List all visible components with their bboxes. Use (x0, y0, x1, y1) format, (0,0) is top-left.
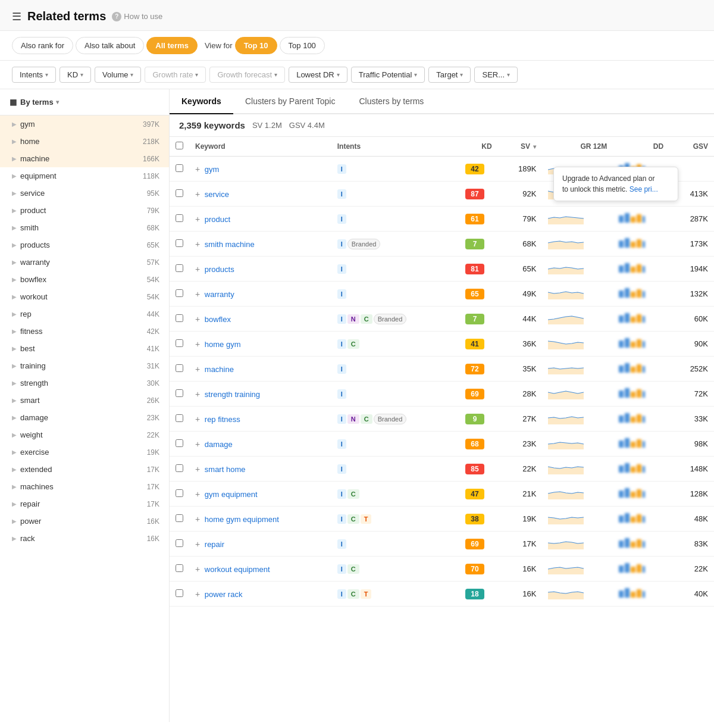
sidebar-item[interactable]: ▶ warranty 57K (0, 254, 169, 271)
tooltip-link[interactable]: See pri... (630, 185, 658, 193)
keyword-link[interactable]: warranty (205, 290, 234, 299)
tab-top-10[interactable]: Top 10 (235, 37, 277, 54)
row-checkbox[interactable] (176, 464, 183, 472)
select-all-checkbox[interactable] (176, 142, 183, 149)
sidebar-item[interactable]: ▶ product 79K (0, 202, 169, 219)
sidebar-item[interactable]: ▶ rack 16K (0, 530, 169, 547)
keyword-link[interactable]: machine (205, 365, 234, 374)
sidebar-item[interactable]: ▶ machine 166K (0, 150, 169, 167)
row-checkbox[interactable] (176, 314, 183, 322)
row-checkbox[interactable] (176, 239, 183, 247)
row-checkbox[interactable] (176, 189, 183, 197)
add-keyword-icon[interactable]: + (195, 339, 200, 349)
keyword-link[interactable]: rep fitness (205, 415, 240, 424)
keyword-link[interactable]: products (205, 265, 234, 274)
sidebar-item[interactable]: ▶ equipment 118K (0, 167, 169, 185)
filter-growth-rate[interactable]: Growth rate ▾ (145, 67, 206, 83)
col-sv[interactable]: SV ▾ (498, 137, 543, 157)
sidebar-item[interactable]: ▶ rep 44K (0, 305, 169, 323)
add-keyword-icon[interactable]: + (195, 239, 200, 249)
keyword-link[interactable]: home gym equipment (205, 515, 279, 524)
sidebar-item[interactable]: ▶ extended 17K (0, 461, 169, 478)
add-keyword-icon[interactable]: + (195, 389, 200, 399)
sidebar-item[interactable]: ▶ home 218K (0, 133, 169, 150)
filter-kd[interactable]: KD ▾ (60, 67, 91, 83)
add-keyword-icon[interactable]: + (195, 214, 200, 224)
row-checkbox[interactable] (176, 289, 183, 297)
sidebar-item[interactable]: ▶ training 31K (0, 357, 169, 374)
row-checkbox[interactable] (176, 389, 183, 397)
add-keyword-icon[interactable]: + (195, 164, 200, 174)
row-checkbox[interactable] (176, 489, 183, 497)
tab-also-rank-for[interactable]: Also rank for (12, 37, 73, 54)
keyword-link[interactable]: product (205, 215, 230, 224)
add-keyword-icon[interactable]: + (195, 264, 200, 274)
keyword-link[interactable]: home gym (205, 340, 241, 349)
row-checkbox[interactable] (176, 439, 183, 447)
row-checkbox[interactable] (176, 414, 183, 422)
sidebar-item[interactable]: ▶ best 41K (0, 340, 169, 357)
filter-lowest-dr[interactable]: Lowest DR ▾ (289, 67, 347, 83)
sidebar-item[interactable]: ▶ bowflex 54K (0, 271, 169, 288)
sidebar-item[interactable]: ▶ weight 22K (0, 426, 169, 443)
keyword-link[interactable]: damage (205, 440, 233, 449)
add-keyword-icon[interactable]: + (195, 514, 200, 524)
add-keyword-icon[interactable]: + (195, 439, 200, 449)
by-terms-button[interactable]: By terms ▾ (20, 98, 59, 107)
keyword-link[interactable]: strength training (205, 390, 260, 399)
sidebar-item[interactable]: ▶ power 16K (0, 513, 169, 530)
sidebar-item[interactable]: ▶ machines 17K (0, 478, 169, 495)
row-checkbox[interactable] (176, 164, 183, 172)
tab-also-talk-about[interactable]: Also talk about (76, 37, 144, 54)
menu-icon[interactable]: ☰ (12, 10, 21, 23)
filter-volume[interactable]: Volume ▾ (95, 67, 141, 83)
add-keyword-icon[interactable]: + (195, 489, 200, 499)
keyword-link[interactable]: repair (205, 540, 224, 549)
add-keyword-icon[interactable]: + (195, 464, 200, 474)
tab-clusters-parent[interactable]: Clusters by Parent Topic (233, 89, 347, 114)
row-checkbox[interactable] (176, 539, 183, 547)
filter-intents[interactable]: Intents ▾ (12, 67, 56, 83)
sidebar-item[interactable]: ▶ repair 17K (0, 495, 169, 513)
filter-target[interactable]: Target ▾ (428, 67, 471, 83)
keyword-link[interactable]: bowflex (205, 315, 231, 324)
sidebar-item[interactable]: ▶ products 65K (0, 236, 169, 254)
help-link[interactable]: ? How to use (112, 12, 162, 21)
sidebar-item[interactable]: ▶ smith 68K (0, 219, 169, 236)
tab-clusters-terms[interactable]: Clusters by terms (347, 89, 436, 114)
add-keyword-icon[interactable]: + (195, 314, 200, 324)
sidebar-item[interactable]: ▶ exercise 19K (0, 443, 169, 461)
row-checkbox[interactable] (176, 214, 183, 222)
add-keyword-icon[interactable]: + (195, 189, 200, 199)
keyword-link[interactable]: smart home (205, 465, 246, 474)
sidebar-item[interactable]: ▶ damage 23K (0, 409, 169, 426)
filter-serp[interactable]: SER... ▾ (474, 67, 518, 83)
filter-growth-forecast[interactable]: Growth forecast ▾ (209, 67, 285, 83)
add-keyword-icon[interactable]: + (195, 289, 200, 299)
sidebar-item[interactable]: ▶ gym 397K (0, 115, 169, 133)
keyword-link[interactable]: gym equipment (205, 490, 258, 499)
add-keyword-icon[interactable]: + (195, 364, 200, 374)
row-checkbox[interactable] (176, 589, 183, 597)
keyword-link[interactable]: service (205, 190, 229, 199)
add-keyword-icon[interactable]: + (195, 539, 200, 549)
filter-traffic-potential[interactable]: Traffic Potential ▾ (351, 67, 425, 83)
sidebar-item[interactable]: ▶ smart 26K (0, 392, 169, 409)
tab-top-100[interactable]: Top 100 (280, 37, 325, 54)
add-keyword-icon[interactable]: + (195, 589, 200, 599)
sidebar-item[interactable]: ▶ workout 54K (0, 288, 169, 305)
tab-keywords[interactable]: Keywords (170, 89, 233, 114)
keyword-link[interactable]: workout equipment (205, 565, 270, 574)
keyword-link[interactable]: power rack (205, 590, 243, 599)
add-keyword-icon[interactable]: + (195, 564, 200, 574)
row-checkbox[interactable] (176, 264, 183, 272)
keyword-link[interactable]: smith machine (205, 240, 255, 249)
tab-all-terms[interactable]: All terms (146, 37, 198, 54)
add-keyword-icon[interactable]: + (195, 414, 200, 424)
row-checkbox[interactable] (176, 339, 183, 347)
sidebar-item[interactable]: ▶ service 95K (0, 185, 169, 202)
row-checkbox[interactable] (176, 564, 183, 572)
row-checkbox[interactable] (176, 364, 183, 372)
sidebar-item[interactable]: ▶ fitness 42K (0, 323, 169, 340)
keyword-link[interactable]: gym (205, 165, 220, 174)
